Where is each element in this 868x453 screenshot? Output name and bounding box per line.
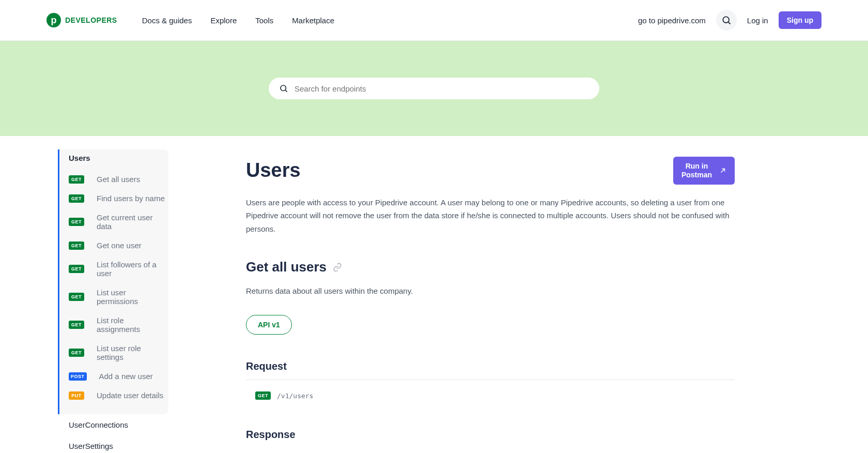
endpoint-description: Returns data about all users within the … — [246, 286, 735, 295]
nav-explore[interactable]: Explore — [210, 16, 237, 25]
method-badge: GET — [69, 293, 84, 301]
search-button[interactable] — [716, 10, 737, 31]
svg-line-3 — [285, 90, 287, 92]
method-badge: POST — [69, 372, 87, 381]
goto-pipedrive-link[interactable]: go to pipedrive.com — [638, 16, 706, 25]
nav-docs[interactable]: Docs & guides — [142, 16, 192, 25]
divider — [246, 380, 735, 380]
sidebar-item-label: Get all users — [97, 175, 140, 184]
title-row: Users Run in Postman — [246, 157, 735, 185]
sidebar-item[interactable]: GETGet all users — [69, 170, 168, 189]
sidebar-item-label: List followers of a user — [97, 260, 168, 278]
endpoint-search[interactable] — [269, 78, 599, 99]
api-version-pill[interactable]: API v1 — [246, 315, 292, 335]
header: p DEVELOPERS Docs & guides Explore Tools… — [0, 0, 868, 41]
svg-line-4 — [721, 169, 725, 172]
sidebar-item-label: List user role settings — [97, 344, 168, 361]
sidebar-item[interactable]: UserConnections — [58, 414, 168, 435]
sidebar-item[interactable]: GETList role assignments — [69, 311, 168, 339]
header-right: go to pipedrive.com Log in Sign up — [638, 10, 822, 31]
method-badge: GET — [69, 194, 84, 203]
svg-line-1 — [729, 22, 731, 24]
logo-text: DEVELOPERS — [65, 16, 117, 24]
page-title: Users — [246, 159, 301, 182]
hero-banner — [0, 41, 868, 136]
sidebar-item[interactable]: GETGet current user data — [69, 208, 168, 236]
search-icon — [721, 15, 732, 25]
sidebar-item[interactable]: GETList user permissions — [69, 283, 168, 311]
logo-icon: p — [47, 13, 61, 27]
sidebar-item-label: Add a new user — [99, 372, 153, 381]
sidebar-item-label: Get current user data — [97, 213, 168, 231]
sidebar-item-label: Update user details — [97, 391, 163, 400]
sidebar-item[interactable]: GETList user role settings — [69, 339, 168, 367]
resource-description: Users are people with access to your Pip… — [246, 196, 735, 236]
method-badge: GET — [69, 218, 84, 226]
method-badge: PUT — [69, 391, 84, 400]
sidebar-item[interactable]: PUTUpdate user details — [69, 386, 168, 405]
svg-point-0 — [723, 17, 729, 23]
sidebar-item-label: Get one user — [97, 241, 142, 250]
nav-tools[interactable]: Tools — [255, 16, 273, 25]
request-heading: Request — [246, 360, 735, 372]
nav-marketplace[interactable]: Marketplace — [292, 16, 334, 25]
method-badge: GET — [69, 265, 84, 273]
run-in-postman-button[interactable]: Run in Postman — [673, 157, 735, 185]
sidebar-item-label: Find users by name — [97, 194, 165, 203]
search-input[interactable] — [295, 84, 589, 93]
sidebar-item-label: List user permissions — [97, 288, 168, 306]
sidebar-group-users: Users GETGet all usersGETFind users by n… — [58, 149, 168, 414]
login-link[interactable]: Log in — [747, 16, 768, 25]
endpoint-row: GET /v1/users — [246, 391, 735, 400]
sidebar-item[interactable]: UserSettings — [58, 435, 168, 453]
logo[interactable]: p DEVELOPERS — [47, 13, 117, 27]
method-badge: GET — [69, 241, 84, 250]
external-link-icon — [719, 167, 726, 174]
search-icon — [279, 84, 288, 93]
endpoint-heading: Get all users — [246, 259, 735, 275]
method-badge: GET — [69, 175, 84, 184]
main-content: Users Run in Postman Users are people wi… — [168, 136, 788, 453]
sidebar-item[interactable]: GETList followers of a user — [69, 255, 168, 283]
signup-button[interactable]: Sign up — [779, 11, 822, 29]
sidebar: Users GETGet all usersGETFind users by n… — [0, 136, 168, 453]
sidebar-item[interactable]: GETFind users by name — [69, 189, 168, 208]
method-badge: GET — [255, 391, 271, 400]
response-heading: Response — [246, 429, 735, 441]
method-badge: GET — [69, 321, 84, 329]
sidebar-item-label: List role assignments — [97, 316, 168, 334]
svg-point-2 — [281, 85, 286, 91]
endpoint-path: /v1/users — [277, 392, 313, 400]
main-nav: Docs & guides Explore Tools Marketplace — [142, 16, 334, 25]
method-badge: GET — [69, 349, 84, 357]
sidebar-item[interactable]: POSTAdd a new user — [69, 367, 168, 386]
sidebar-group-title[interactable]: Users — [69, 149, 168, 170]
anchor-link-icon[interactable] — [333, 263, 342, 272]
sidebar-item[interactable]: GETGet one user — [69, 236, 168, 255]
